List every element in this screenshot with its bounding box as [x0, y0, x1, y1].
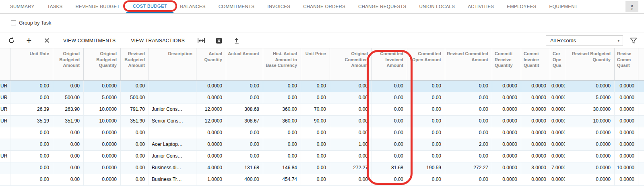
cell-actual-quantity[interactable]: 0.0000	[196, 139, 226, 150]
cell-committed-open-quantity[interactable]: 0.0000	[550, 139, 565, 150]
cell-unit-price[interactable]: 0.00	[301, 151, 330, 162]
cell-original-budgeted-quantity[interactable]: 0.0000	[84, 174, 121, 185]
cell-revised-committed-amount[interactable]: 0.00	[445, 104, 492, 115]
cell-original-committed-amount[interactable]: 0.00	[330, 116, 372, 127]
cell-description[interactable]	[149, 127, 196, 139]
cell-original-budgeted-amount[interactable]: 351.90	[53, 116, 84, 127]
cell-actual-amount[interactable]: 131.68	[226, 162, 263, 174]
cell-description[interactable]: Acer Laptop…	[149, 139, 196, 150]
tab-invoices[interactable]: INVOICES	[261, 0, 297, 13]
cell-original-budgeted-quantity[interactable]: 0.0000	[84, 139, 121, 150]
cell-unit-price[interactable]: 0.00	[301, 174, 330, 185]
cell-unit-price[interactable]: 0.00	[301, 139, 330, 150]
cell-unit-rate[interactable]: 0.00	[10, 151, 53, 162]
cell-original-budgeted-amount[interactable]: 500.00	[53, 92, 84, 104]
cell-committed-received-quantity[interactable]: 0.0000	[492, 174, 521, 185]
cell-uom[interactable]: UR	[0, 81, 10, 92]
cell-original-budgeted-quantity[interactable]: 10.0000	[84, 116, 121, 127]
cell-revised-budgeted-quantity[interactable]: 0.0000	[565, 127, 615, 139]
cell-actual-amount[interactable]: 0.00	[226, 81, 263, 92]
cell-original-budgeted-quantity[interactable]: 0.0000	[84, 127, 121, 139]
tab-union-locals[interactable]: UNION LOCALS	[413, 0, 462, 13]
table-row[interactable]: 0.000.000.00000.000.00000.000.000.000.00…	[0, 127, 644, 139]
cell-actual-amount[interactable]: 400.00	[226, 174, 263, 185]
cell-unit-price[interactable]: 70.00	[301, 104, 330, 115]
cell-unit-price[interactable]: 0.00	[301, 81, 330, 92]
records-filter-dropdown[interactable]: All Records ▾	[546, 35, 623, 46]
column-header-revised-budgeted-quantity[interactable]: Revised Budgeted Quantity	[565, 48, 615, 80]
cell-original-budgeted-quantity[interactable]: 0.0000	[84, 81, 121, 92]
cell-unit-price[interactable]: 0.00	[301, 92, 330, 104]
cell-revised-budgeted-amount[interactable]: 351.90	[121, 116, 149, 127]
table-row[interactable]: UR0.000.000.00000.000.00000.000.000.000.…	[0, 81, 644, 92]
cell-description[interactable]: Senior Cons…	[149, 116, 196, 127]
cell-revised-budgeted-amount[interactable]: 0.00	[121, 139, 149, 150]
cell-committed-open-amount[interactable]: 0.00	[407, 104, 445, 115]
cell-revised-committed-amount[interactable]: 2.00	[445, 139, 492, 150]
cell-committed-invoiced-amount[interactable]: 0.00	[372, 116, 407, 127]
column-header-committed-received-quantity[interactable]: Committ Receive Quantity	[492, 48, 521, 80]
cell-committed-invoiced-amount[interactable]: 0.00	[372, 174, 407, 185]
cell-revised-committed-amount[interactable]: 0.00	[445, 81, 492, 92]
cell-revised-budgeted-quantity[interactable]: 0.0000	[565, 162, 615, 174]
cell-revised-budgeted-amount[interactable]: 791.70	[121, 104, 149, 115]
tab-equipment[interactable]: EQUIPMENT	[543, 0, 584, 13]
cell-committed-invoiced-quantity[interactable]: 3.0000	[521, 162, 550, 174]
tab-balances[interactable]: BALANCES	[173, 0, 212, 13]
column-header-actual-amount[interactable]: Actual Amount	[226, 48, 263, 80]
cell-revised-committed-amount[interactable]: 272.27	[445, 162, 492, 174]
tab-change-orders[interactable]: CHANGE ORDERS	[297, 0, 352, 13]
table-row[interactable]: 0.000.000.00000.00Business di…4.0000131.…	[0, 162, 644, 174]
column-header-unit-price[interactable]: Unit Price	[301, 48, 330, 80]
cell-committed-invoiced-quantity[interactable]: 0.0000	[521, 116, 550, 127]
view-transactions-button[interactable]: VIEW TRANSACTIONS	[128, 37, 187, 44]
cell-committed-invoiced-quantity[interactable]: 0.0000	[521, 92, 550, 104]
cell-committed-received-quantity[interactable]: 0.0000	[492, 162, 521, 174]
cell-uom[interactable]: UR	[0, 104, 10, 115]
cell-actual-quantity[interactable]: 0.0000	[196, 127, 226, 139]
cell-hist-actual-amount-in-base-currency[interactable]: 0.00	[263, 127, 301, 139]
table-row[interactable]: 0.000.000.00000.00Acer Laptop…0.00000.00…	[0, 139, 644, 151]
cell-original-budgeted-amount[interactable]: 0.00	[53, 127, 84, 139]
cell-original-committed-amount[interactable]: 0.00	[330, 174, 372, 185]
cell-revised-budgeted-quantity[interactable]: 30.0000	[565, 104, 615, 115]
cell-revised-budgeted-amount[interactable]: 0.00	[121, 127, 149, 139]
tab-tasks[interactable]: TASKS	[41, 0, 69, 13]
cell-committed-invoiced-quantity[interactable]: 0.0000	[521, 174, 550, 185]
column-header-description[interactable]: Description	[149, 48, 196, 80]
tab-summary[interactable]: SUMMARY	[4, 0, 41, 13]
cell-original-committed-amount[interactable]: 272.27	[330, 162, 372, 174]
cell-uom[interactable]: UR	[0, 116, 10, 127]
cell-description[interactable]: Junior Cons…	[149, 151, 196, 162]
tab-cost-budget[interactable]: COST BUDGET	[126, 0, 174, 13]
cell-unit-rate[interactable]: 26.39	[10, 104, 53, 115]
column-header-original-budgeted-quantity[interactable]: Original Budgeted Quantity	[84, 48, 121, 80]
cell-committed-open-amount[interactable]: 0.00	[407, 116, 445, 127]
cell-original-budgeted-quantity[interactable]: 10.0000	[84, 104, 121, 115]
cell-committed-open-quantity[interactable]: 0.0000	[550, 151, 565, 162]
cell-original-committed-amount[interactable]: 0.00	[330, 104, 372, 115]
cell-uom[interactable]: UR	[0, 92, 10, 104]
upload-button[interactable]	[228, 35, 246, 47]
cell-description[interactable]: Business di…	[149, 162, 196, 174]
cell-description[interactable]	[149, 81, 196, 92]
cell-committed-open-quantity[interactable]: 0.0000	[550, 127, 565, 139]
cell-actual-quantity[interactable]: 0.0000	[196, 81, 226, 92]
column-header-original-budgeted-amount[interactable]: Original Budgeted Amount	[53, 48, 84, 80]
cell-revised-budgeted-amount[interactable]: 0.00	[121, 151, 149, 162]
cell-uom[interactable]	[0, 139, 10, 150]
fit-width-button[interactable]	[192, 35, 210, 47]
cell-hist-actual-amount-in-base-currency[interactable]: 0.00	[263, 81, 301, 92]
cell-unit-price[interactable]: 0.00	[301, 127, 330, 139]
cell-revised-budgeted-quantity[interactable]: 0.0000	[565, 139, 615, 150]
cell-committed-open-amount[interactable]: 0.00	[407, 151, 445, 162]
column-header-revised-committed-quantity[interactable]: Revise Comm Quant	[615, 48, 638, 80]
table-row[interactable]: 0.000.000.00000.00Business Tr…1.0000400.…	[0, 174, 644, 186]
cell-actual-quantity[interactable]: 1.0000	[196, 174, 226, 185]
cell-original-budgeted-quantity[interactable]: 0.0000	[84, 151, 121, 162]
cell-original-committed-amount[interactable]: 0.00	[330, 92, 372, 104]
cell-committed-invoiced-amount[interactable]: 0.00	[372, 92, 407, 104]
cell-committed-invoiced-amount[interactable]: 0.00	[372, 127, 407, 139]
cell-committed-received-quantity[interactable]: 0.0000	[492, 139, 521, 150]
column-header-committed-invoiced-amount[interactable]: Committed Invoiced Amount	[372, 48, 407, 80]
